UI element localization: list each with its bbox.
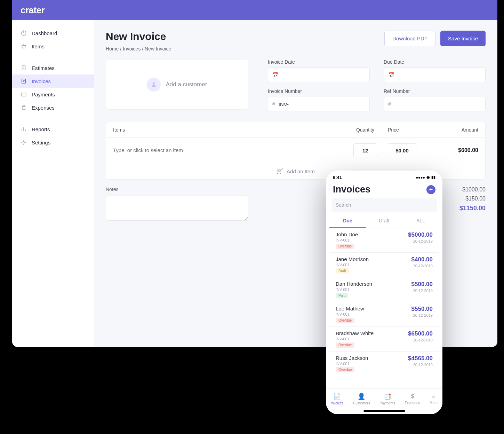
- basket-icon: [21, 43, 27, 49]
- invoice-icon: [21, 78, 27, 84]
- ref-number-label: Ref Number: [384, 88, 486, 94]
- invoice-date: 20-12-2019: [411, 313, 433, 317]
- invoice-row[interactable]: Lee MathewINV-001Overdue$550.0020-12-201…: [329, 302, 439, 327]
- invoice-amount: $5000.00: [408, 231, 433, 238]
- invoice-number: INV-001: [336, 337, 374, 341]
- sidebar-item-estimates[interactable]: Estimates: [12, 61, 94, 74]
- search-input[interactable]: Search: [331, 198, 437, 212]
- home-indicator: [363, 410, 405, 412]
- calendar-icon: 📅: [272, 72, 278, 78]
- sidebar-item-payments[interactable]: Payments: [12, 88, 94, 101]
- invoice-date-label: Invoice Date: [268, 59, 370, 65]
- invoice-row[interactable]: John DoeINV-001Overdue$5000.0020-12-2019: [329, 228, 439, 253]
- invoice-date: 20-12-2019: [408, 363, 433, 367]
- status-badge: Overdue: [336, 367, 354, 372]
- calendar-icon: 📅: [388, 72, 394, 78]
- sidebar-label: Estimates: [32, 65, 55, 71]
- add-customer-label: Add a customer: [166, 81, 207, 88]
- invoice-row[interactable]: Dan HandersonINV-001Paid$500.0020-12-201…: [329, 277, 439, 302]
- invoice-row[interactable]: Russ JacksonINV-001Overdue$4565.0020-12-…: [329, 352, 439, 376]
- more-icon: ≡: [432, 393, 435, 400]
- tab-all[interactable]: ALL: [402, 214, 439, 228]
- customer-name: Bradshaw White: [336, 330, 374, 336]
- brand-logo: crater: [21, 5, 45, 16]
- due-date-label: Due Date: [384, 59, 486, 65]
- price-input[interactable]: 50.00: [388, 143, 416, 157]
- sidebar-label: Payments: [32, 92, 55, 97]
- topbar: crater: [12, 0, 497, 20]
- mobile-preview: 9:41 ●●●● ◉ ▮▮ Invoices + Search DueDraf…: [326, 171, 442, 414]
- due-date-input[interactable]: 📅: [384, 68, 486, 82]
- invoice-row[interactable]: Bradshaw WhiteINV-001Overdue$6500.0020-1…: [329, 327, 439, 352]
- hash-icon: #: [272, 101, 275, 107]
- customer-name: Jane Morrison: [336, 256, 369, 262]
- invoice-amount: $550.00: [411, 306, 433, 313]
- status-bar: 9:41 ●●●● ◉ ▮▮: [326, 171, 442, 181]
- invoices-icon: 📄: [333, 393, 341, 400]
- add-item-label: Add an Item: [287, 168, 315, 174]
- item-name-input[interactable]: [113, 147, 346, 153]
- nav-more[interactable]: ≡More: [430, 393, 438, 405]
- invoice-number-input[interactable]: #: [268, 97, 370, 111]
- bars-icon: [21, 126, 27, 132]
- item-row: 12 50.00 $600.00: [106, 138, 485, 163]
- dashboard-icon: [21, 30, 27, 36]
- customer-name: John Doe: [336, 231, 358, 237]
- sidebar-item-dashboard[interactable]: Dashboard: [12, 26, 94, 40]
- nav-customers[interactable]: 👤Customers: [353, 393, 370, 405]
- notes-label: Notes: [106, 187, 248, 192]
- notes-textarea[interactable]: [106, 196, 248, 221]
- customers-icon: 👤: [358, 393, 365, 400]
- tab-due[interactable]: Due: [329, 214, 366, 228]
- add-customer-card[interactable]: Add a customer: [106, 59, 248, 110]
- search-placeholder: Search: [336, 202, 351, 208]
- nav-expenses[interactable]: $Expenses: [405, 393, 420, 405]
- col-price: Price: [384, 127, 426, 133]
- invoice-amount: $6500.00: [408, 330, 433, 337]
- add-invoice-button[interactable]: +: [426, 185, 435, 194]
- invoice-number: INV-001: [336, 287, 372, 292]
- svg-rect-3: [21, 93, 26, 96]
- tab-draft[interactable]: Draft: [366, 214, 402, 228]
- sidebar-label: Settings: [32, 140, 50, 145]
- expenses-icon: $: [411, 393, 414, 400]
- nav-invoices[interactable]: 📄Invoices: [331, 393, 344, 405]
- col-quantity: Quantity: [346, 127, 384, 133]
- customer-name: Dan Handerson: [336, 281, 372, 287]
- status-badge: Overdue: [336, 318, 354, 323]
- sidebar-label: Invoices: [32, 78, 51, 84]
- save-invoice-button[interactable]: Save Invoice: [440, 31, 486, 46]
- nav-payments[interactable]: 📑Payments: [379, 393, 395, 405]
- invoice-date: 20-12-2019: [408, 239, 433, 243]
- invoice-amount: $500.00: [411, 281, 433, 288]
- sidebar-item-expenses[interactable]: Expenses: [12, 101, 94, 114]
- invoice-number: INV-001: [336, 362, 368, 366]
- gear-icon: [21, 139, 27, 145]
- invoice-number-label: Invoice Number: [268, 88, 370, 94]
- download-pdf-button[interactable]: Download PDF: [384, 31, 435, 46]
- crumb-current: New Invoice: [145, 46, 171, 52]
- doc-icon: [21, 65, 27, 71]
- invoice-number: INV-001: [336, 312, 364, 316]
- invoice-date: 20-12-2019: [411, 264, 433, 268]
- clock: 9:41: [333, 175, 342, 180]
- hash-icon: #: [388, 101, 391, 107]
- crumb-home[interactable]: Home: [106, 46, 119, 52]
- sidebar-label: Reports: [32, 126, 50, 132]
- breadcrumb: Home / Invoices / New Invoice: [106, 46, 171, 52]
- invoice-row[interactable]: Jane MorrisonINV-001Draft$400.0020-12-20…: [329, 253, 439, 277]
- sidebar-item-invoices[interactable]: Invoices: [12, 74, 94, 88]
- cart-icon: 🛒: [277, 168, 283, 174]
- ref-number-input[interactable]: #: [384, 97, 486, 111]
- qty-input[interactable]: 12: [353, 143, 377, 157]
- status-icons: ●●●● ◉ ▮▮: [416, 175, 435, 180]
- sidebar-item-settings[interactable]: Settings: [12, 136, 94, 149]
- invoice-date-input[interactable]: 📅: [268, 68, 370, 82]
- invoice-number: INV-001: [336, 238, 358, 242]
- svg-point-5: [153, 82, 155, 85]
- crumb-invoices[interactable]: Invoices: [123, 46, 141, 52]
- sidebar-item-reports[interactable]: Reports: [12, 123, 94, 136]
- sidebar-label: Expenses: [32, 105, 55, 111]
- col-items: Items: [113, 127, 346, 133]
- sidebar-item-items[interactable]: Items: [12, 40, 94, 53]
